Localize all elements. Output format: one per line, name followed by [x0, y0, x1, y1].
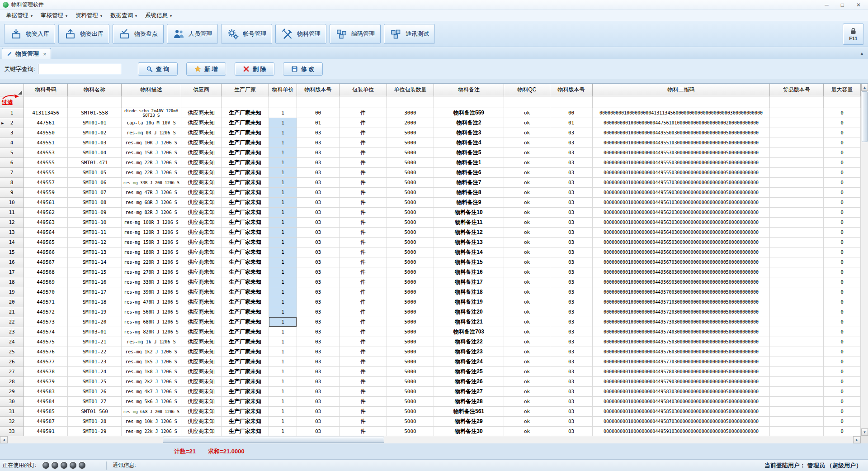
row-number[interactable]: 10: [0, 198, 24, 208]
column-header-maxcap[interactable]: 最大容量: [824, 84, 861, 96]
grid-cell[interactable]: 供应商未知: [181, 257, 222, 267]
grid-cell[interactable]: 供应商未知: [181, 128, 222, 138]
grid-cell[interactable]: 5000: [387, 148, 434, 158]
grid-cell[interactable]: 1: [269, 297, 297, 307]
grid-cell[interactable]: ok: [504, 327, 550, 337]
grid-cell[interactable]: ok: [504, 317, 550, 327]
grid-cell[interactable]: 生产厂家未知: [222, 178, 269, 188]
grid-cell[interactable]: 生产厂家未知: [222, 238, 269, 247]
grid-cell[interactable]: 1: [269, 287, 297, 297]
grid-cell[interactable]: 0000000001000000000449555030000000000000…: [593, 168, 770, 178]
grid-cell[interactable]: 供应商未知: [181, 387, 222, 397]
grid-cell[interactable]: 3000: [387, 108, 434, 118]
grid-cell[interactable]: 件: [340, 218, 387, 228]
grid-cell[interactable]: 449559: [24, 188, 68, 198]
minimize-button[interactable]: ─: [825, 0, 829, 10]
grid-cell[interactable]: 5000: [387, 387, 434, 397]
coding-management-button[interactable]: 编码管理: [330, 24, 381, 44]
grid-cell[interactable]: 0: [824, 387, 861, 397]
grid-cell[interactable]: [770, 347, 824, 357]
grid-cell[interactable]: 0000000001000000000449561030000000000000…: [593, 198, 770, 208]
grid-cell[interactable]: ok: [504, 287, 550, 297]
tab-material-management[interactable]: 物资管理 ×: [2, 48, 51, 59]
grid-cell[interactable]: SMT01-24: [68, 367, 122, 377]
material-management-button[interactable]: 物料管理: [275, 24, 326, 44]
grid-cell[interactable]: res-mg 470R J 1206 S: [122, 297, 181, 307]
grid-cell[interactable]: [770, 297, 824, 307]
grid-cell[interactable]: 449555: [24, 158, 68, 168]
grid-cell[interactable]: 5000: [387, 427, 434, 436]
vertical-scrollbar[interactable]: ▲ ▼: [861, 84, 868, 436]
grid-cell[interactable]: 0000000001000000000449591030000000000000…: [593, 427, 770, 436]
column-header-supplier[interactable]: 供应商: [181, 84, 222, 96]
filter-cell-desc[interactable]: [122, 96, 181, 108]
grid-cell[interactable]: SMT01-23: [68, 357, 122, 367]
filter-cell-row-indicator[interactable]: [0, 96, 24, 108]
row-number[interactable]: 18: [0, 277, 24, 287]
grid-cell[interactable]: 03: [297, 327, 340, 337]
column-header-desc[interactable]: 物料描述: [122, 84, 181, 96]
grid-cell[interactable]: 0000000001000000000449572030000000000000…: [593, 307, 770, 317]
grid-cell[interactable]: 0000000001000000000449584030000000000000…: [593, 397, 770, 407]
grid-cell[interactable]: 01: [297, 118, 340, 128]
row-number[interactable]: 31: [0, 407, 24, 417]
grid-cell[interactable]: 0: [824, 118, 861, 128]
grid-cell[interactable]: 00: [297, 108, 340, 118]
horizontal-scrollbar[interactable]: ◄ ►: [0, 436, 861, 443]
grid-cell[interactable]: 449550: [24, 128, 68, 138]
grid-cell[interactable]: 03: [550, 387, 593, 397]
filter-cell-maxcap[interactable]: [824, 96, 861, 108]
grid-cell[interactable]: 物料备注21: [434, 317, 504, 327]
row-number[interactable]: 32: [0, 417, 24, 427]
grid-cell[interactable]: res-mg 390R J 1206 S: [122, 287, 181, 297]
grid-cell[interactable]: 件: [340, 347, 387, 357]
grid-cell[interactable]: 物料备注20: [434, 307, 504, 317]
grid-cell[interactable]: 03: [550, 277, 593, 287]
grid-cell[interactable]: SMT01-04: [68, 148, 122, 158]
grid-cell[interactable]: 449555: [24, 168, 68, 178]
row-number[interactable]: ▶2: [0, 118, 24, 128]
grid-cell[interactable]: res-mg 68R J 1206 S: [122, 198, 181, 208]
grid-cell[interactable]: 03: [550, 208, 593, 218]
grid-cell[interactable]: 03: [297, 427, 340, 436]
grid-cell[interactable]: 0: [824, 337, 861, 347]
grid-cell[interactable]: 0: [824, 198, 861, 208]
grid-cell[interactable]: SMT01-03: [68, 138, 122, 148]
grid-cell[interactable]: res-mg 180R J 1206 S: [122, 247, 181, 257]
grid-cell[interactable]: 5000: [387, 297, 434, 307]
row-number[interactable]: 3: [0, 128, 24, 138]
grid-cell[interactable]: 供应商未知: [181, 317, 222, 327]
grid-cell[interactable]: 1: [269, 367, 297, 377]
grid-cell[interactable]: 0: [824, 208, 861, 218]
grid-cell[interactable]: [770, 148, 824, 158]
grid-cell[interactable]: 生产厂家未知: [222, 228, 269, 238]
grid-cell[interactable]: 0000000001000000000449564030000000000000…: [593, 228, 770, 238]
grid-cell[interactable]: 5000: [387, 158, 434, 168]
grid-cell[interactable]: 5000: [387, 138, 434, 148]
grid-cell[interactable]: ok: [504, 168, 550, 178]
grid-cell[interactable]: res-mg 1k8 J 1206 S: [122, 367, 181, 377]
grid-cell[interactable]: 03: [550, 287, 593, 297]
row-number[interactable]: 5: [0, 148, 24, 158]
grid-cell[interactable]: 03: [550, 417, 593, 427]
grid-cell[interactable]: 5000: [387, 267, 434, 277]
grid-cell[interactable]: res-mg 1k J 1206 S: [122, 337, 181, 347]
grid-cell[interactable]: 03: [297, 158, 340, 168]
grid-cell[interactable]: 1: [269, 198, 297, 208]
grid-cell[interactable]: 物料备注4: [434, 138, 504, 148]
grid-cell[interactable]: 物料备注22: [434, 337, 504, 347]
grid-cell[interactable]: 0: [824, 128, 861, 138]
grid-cell[interactable]: 生产厂家未知: [222, 427, 269, 436]
grid-cell[interactable]: 5000: [387, 377, 434, 387]
grid-cell[interactable]: 03: [550, 238, 593, 247]
grid-cell[interactable]: 449584: [24, 397, 68, 407]
grid-cell[interactable]: 03: [297, 128, 340, 138]
filter-cell-remark[interactable]: [434, 96, 504, 108]
grid-cell[interactable]: [770, 397, 824, 407]
grid-cell[interactable]: 生产厂家未知: [222, 128, 269, 138]
grid-cell[interactable]: 供应商未知: [181, 297, 222, 307]
grid-cell[interactable]: 物料备注1: [434, 158, 504, 168]
grid-cell[interactable]: 5000: [387, 337, 434, 347]
grid-cell[interactable]: 生产厂家未知: [222, 158, 269, 168]
grid-cell[interactable]: 物料备注30: [434, 427, 504, 436]
